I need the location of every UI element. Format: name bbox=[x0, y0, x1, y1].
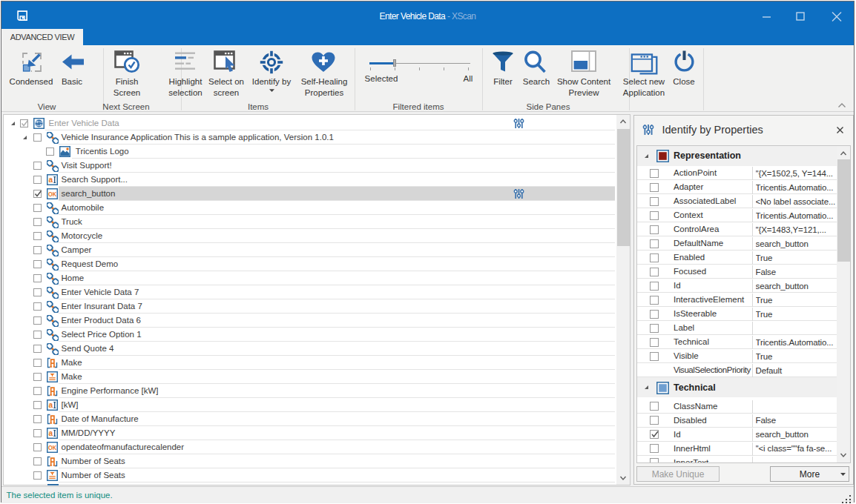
svg-text:OK: OK bbox=[47, 443, 56, 451]
svg-text:OK: OK bbox=[47, 190, 56, 198]
svg-text:a: a bbox=[48, 429, 53, 437]
svg-text:a: a bbox=[48, 401, 53, 409]
svg-text:a: a bbox=[48, 176, 53, 184]
